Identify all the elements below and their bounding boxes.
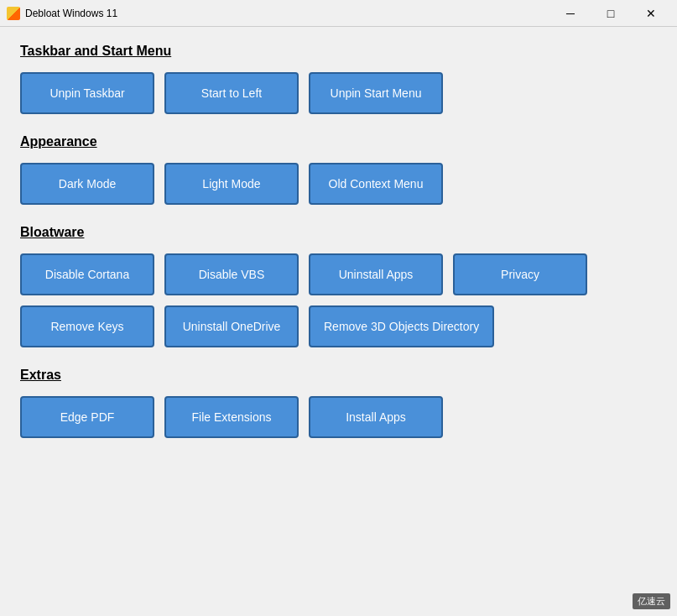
file-extensions-button[interactable]: File Extensions [164,396,299,438]
close-button[interactable]: ✕ [632,3,670,23]
section-bloatware: BloatwareDisable CortanaDisable VBSUnins… [20,225,657,347]
edge-pdf-button[interactable]: Edge PDF [20,396,154,438]
install-apps-button[interactable]: Install Apps [309,396,443,438]
dark-mode-button[interactable]: Dark Mode [20,163,154,205]
window-title: Debloat Windows 11 [25,8,117,19]
disable-cortana-button[interactable]: Disable Cortana [20,253,154,295]
button-row-bloatware: Disable CortanaDisable VBSUninstall Apps… [20,253,657,295]
uninstall-apps-button[interactable]: Uninstall Apps [309,253,443,295]
remove-3d-objects-button[interactable]: Remove 3D Objects Directory [309,305,494,347]
uninstall-onedrive-button[interactable]: Uninstall OneDrive [164,305,299,347]
section-appearance: AppearanceDark ModeLight ModeOld Context… [20,134,657,205]
section-title-appearance: Appearance [20,134,657,149]
app-icon [7,7,20,20]
title-bar: Debloat Windows 11 ─ □ ✕ [0,0,677,27]
section-title-bloatware: Bloatware [20,225,657,240]
privacy-button[interactable]: Privacy [453,253,587,295]
disable-vbs-button[interactable]: Disable VBS [164,253,299,295]
unpin-taskbar-button[interactable]: Unpin Taskbar [20,72,154,114]
minimize-button[interactable]: ─ [551,3,590,23]
button-row-taskbar: Unpin TaskbarStart to LeftUnpin Start Me… [20,72,657,114]
start-to-left-button[interactable]: Start to Left [164,72,299,114]
button-row-appearance: Dark ModeLight ModeOld Context Menu [20,163,657,205]
unpin-start-menu-button[interactable]: Unpin Start Menu [309,72,443,114]
watermark: 亿速云 [633,593,670,609]
section-extras: ExtrasEdge PDFFile ExtensionsInstall App… [20,368,657,438]
main-content: Taskbar and Start MenuUnpin TaskbarStart… [0,27,677,616]
title-bar-controls: ─ □ ✕ [551,3,670,23]
old-context-menu-button[interactable]: Old Context Menu [309,163,443,205]
section-title-extras: Extras [20,368,657,383]
maximize-button[interactable]: □ [591,3,630,23]
button-row-bloatware: Remove KeysUninstall OneDriveRemove 3D O… [20,305,657,347]
title-bar-left: Debloat Windows 11 [7,7,117,20]
light-mode-button[interactable]: Light Mode [164,163,299,205]
remove-keys-button[interactable]: Remove Keys [20,305,154,347]
section-title-taskbar: Taskbar and Start Menu [20,44,657,59]
button-row-extras: Edge PDFFile ExtensionsInstall Apps [20,396,657,438]
section-taskbar: Taskbar and Start MenuUnpin TaskbarStart… [20,44,657,114]
